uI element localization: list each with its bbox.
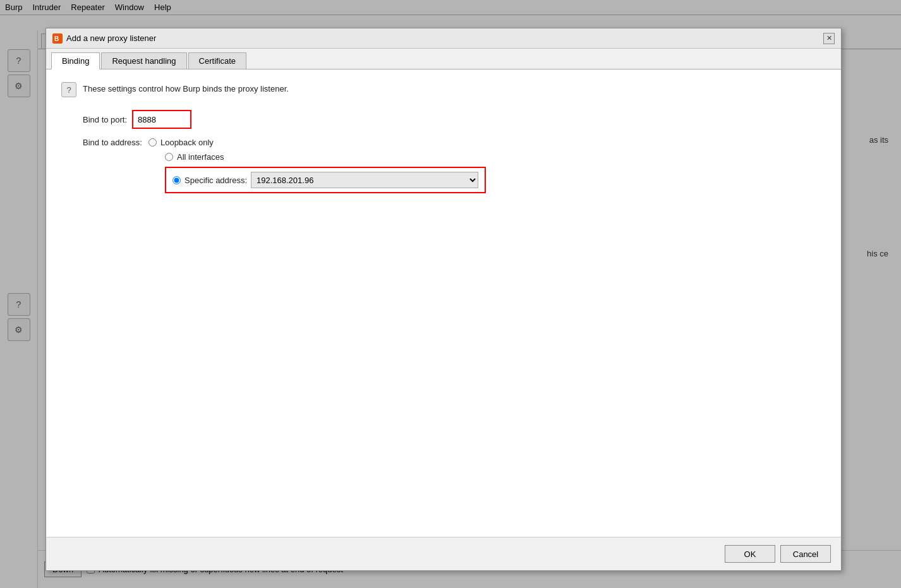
help-row: ? These settings control how Burp binds … — [61, 82, 826, 97]
burp-logo-icon: B — [52, 33, 63, 44]
dialog-title-group: B Add a new proxy listener — [52, 33, 156, 44]
loopback-label: Loopback only — [160, 138, 214, 147]
help-description-text: These settings control how Burp binds th… — [83, 82, 289, 93]
bind-port-row: Bind to port: — [83, 110, 826, 129]
all-interfaces-label: All interfaces — [177, 152, 224, 162]
svg-text:B: B — [54, 35, 59, 42]
bind-address-label: Bind to address: — [83, 138, 142, 147]
dialog-add-proxy-listener: B Add a new proxy listener ✕ Binding Req… — [45, 28, 842, 571]
form-section: Bind to port: Bind to address: Loopback … — [83, 110, 826, 193]
specific-address-container: Specific address: 192.168.201.96 127.0.0… — [165, 167, 486, 193]
loopback-radio[interactable] — [148, 138, 157, 147]
port-input[interactable] — [134, 112, 190, 127]
all-interfaces-row: All interfaces — [165, 152, 224, 162]
tab-binding[interactable]: Binding — [51, 52, 100, 69]
dialog-titlebar: B Add a new proxy listener ✕ — [46, 28, 841, 49]
all-interfaces-radio[interactable] — [165, 153, 173, 161]
dialog-body: ? These settings control how Burp binds … — [46, 69, 841, 537]
help-question-icon[interactable]: ? — [61, 82, 76, 97]
dialog-close-button[interactable]: ✕ — [823, 33, 835, 44]
dialog-footer: OK Cancel — [46, 537, 841, 570]
ok-button[interactable]: OK — [725, 545, 775, 563]
specific-address-radio[interactable] — [172, 176, 181, 184]
bind-address-section: Bind to address: Loopback only All inter… — [83, 138, 826, 193]
tab-certificate[interactable]: Certificate — [188, 52, 247, 69]
loopback-row: Loopback only — [148, 138, 214, 147]
dialog-title-text: Add a new proxy listener — [66, 33, 156, 43]
bind-address-header: Bind to address: Loopback only — [83, 138, 214, 147]
specific-address-label: Specific address: — [184, 176, 247, 185]
cancel-button[interactable]: Cancel — [780, 545, 831, 563]
port-input-wrapper — [132, 110, 191, 129]
tab-request-handling[interactable]: Request handling — [101, 52, 186, 69]
dialog-tabs: Binding Request handling Certificate — [46, 49, 841, 69]
bind-port-label: Bind to port: — [83, 115, 127, 124]
specific-address-row: Specific address: 192.168.201.96 127.0.0… — [165, 167, 486, 193]
specific-address-select[interactable]: 192.168.201.96 127.0.0.1 0.0.0.0 — [251, 172, 478, 188]
